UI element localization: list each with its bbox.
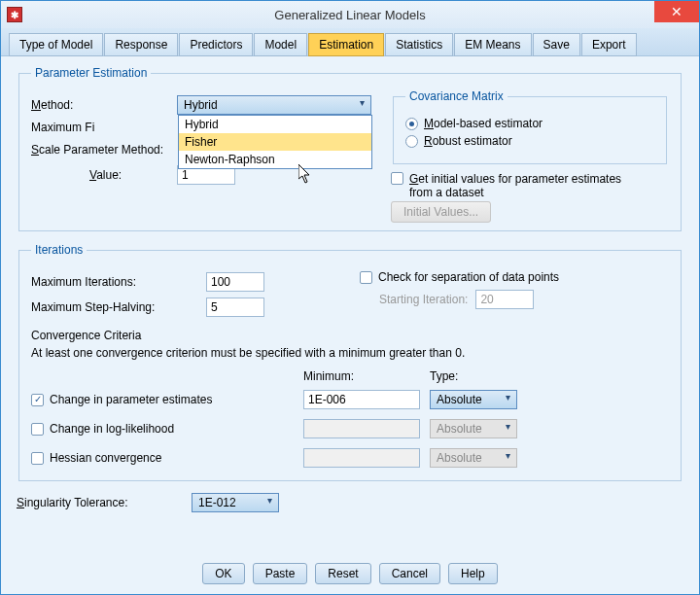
col-min-header: Minimum: xyxy=(303,369,430,383)
cov-robust-label: Robust estimator xyxy=(424,134,512,148)
conv-checkbox-0[interactable] xyxy=(31,394,44,406)
max-step-input[interactable] xyxy=(206,298,264,317)
parameter-estimation-legend: Parameter Estimation xyxy=(31,66,151,80)
max-iterations-input[interactable] xyxy=(206,272,264,292)
conv-type-value-1: Absolute xyxy=(437,422,482,436)
dialog-body: Parameter Estimation Method: Hybrid Hybr… xyxy=(1,56,699,528)
cov-robust-radio[interactable] xyxy=(405,135,418,148)
conv-type-value-0: Absolute xyxy=(437,393,482,406)
tab-export[interactable]: Export xyxy=(581,33,637,56)
method-option-fisher[interactable]: Fisher xyxy=(179,133,371,151)
dialog-window: ✱ Generalized Linear Models ✕ Type of Mo… xyxy=(0,0,700,595)
ok-button[interactable]: OK xyxy=(202,563,244,584)
conv-label-0: Change in parameter estimates xyxy=(50,393,212,406)
tab-save[interactable]: Save xyxy=(533,33,580,56)
close-button[interactable]: ✕ xyxy=(654,1,699,22)
col-type-header: Type: xyxy=(430,369,556,383)
conv-type-combo-2: Absolute xyxy=(430,448,517,468)
check-separation-checkbox[interactable] xyxy=(360,271,372,284)
covariance-group: Covariance Matrix Model-based estimator … xyxy=(393,89,667,164)
tab-statistics[interactable]: Statistics xyxy=(385,33,453,56)
covariance-legend: Covariance Matrix xyxy=(405,89,508,103)
tab-response[interactable]: Response xyxy=(104,33,178,56)
conv-type-value-2: Absolute xyxy=(437,451,482,465)
tab-estimation[interactable]: Estimation xyxy=(308,33,384,56)
tab-bar: Type of ModelResponsePredictorsModelEsti… xyxy=(1,28,699,56)
starting-iteration-input xyxy=(475,290,534,309)
method-label: Method: xyxy=(31,98,177,112)
max-iterations-label: Maximum Iterations: xyxy=(31,275,206,289)
singularity-value: 1E-012 xyxy=(198,496,236,509)
tab-em-means[interactable]: EM Means xyxy=(454,33,531,56)
method-dropdown[interactable]: HybridFisherNewton-Raphson xyxy=(178,115,372,169)
iterations-group: Iterations Maximum Iterations: Maximum S… xyxy=(18,243,682,481)
paste-button[interactable]: Paste xyxy=(253,563,308,584)
initial-values-button: Initial Values... xyxy=(391,201,491,223)
max-fisher-label: Maximum Fi xyxy=(31,121,177,134)
reset-button[interactable]: Reset xyxy=(315,563,370,584)
conv-min-input-0[interactable] xyxy=(303,390,420,409)
button-bar: OKPasteResetCancelHelp xyxy=(1,563,699,584)
cov-model-radio[interactable] xyxy=(405,118,418,130)
conv-type-combo-1: Absolute xyxy=(430,419,517,438)
tab-type-of-model[interactable]: Type of Model xyxy=(9,33,103,56)
titlebar: ✱ Generalized Linear Models ✕ xyxy=(1,1,699,28)
conv-min-input-1 xyxy=(303,419,420,438)
window-title: Generalized Linear Models xyxy=(1,8,699,22)
conv-label-2: Hessian convergence xyxy=(50,451,161,465)
conv-min-input-2 xyxy=(303,448,420,468)
convergence-title: Convergence Criteria xyxy=(31,329,669,342)
value-label: Value: xyxy=(89,168,177,182)
method-option-newton-raphson[interactable]: Newton-Raphson xyxy=(179,151,371,168)
conv-checkbox-2[interactable] xyxy=(31,452,44,465)
initial-values-checkbox[interactable] xyxy=(391,172,403,185)
tab-model[interactable]: Model xyxy=(254,33,307,56)
conv-type-combo-0[interactable]: Absolute xyxy=(430,390,517,409)
singularity-combo[interactable]: 1E-012 xyxy=(192,493,279,512)
max-step-label: Maximum Step-Halving: xyxy=(31,300,206,314)
conv-label-1: Change in log-likelihood xyxy=(50,422,174,436)
parameter-estimation-group: Parameter Estimation Method: Hybrid Hybr… xyxy=(18,66,682,231)
initial-values-label: Get initial values for parameter estimat… xyxy=(409,172,623,199)
check-separation-label: Check for separation of data points xyxy=(378,270,559,284)
singularity-label: Singularity Tolerance: xyxy=(17,496,192,509)
help-button[interactable]: Help xyxy=(448,563,498,584)
cancel-button[interactable]: Cancel xyxy=(379,563,440,584)
conv-checkbox-1[interactable] xyxy=(31,423,44,436)
starting-iteration-label: Starting Iteration: xyxy=(379,293,468,306)
method-option-hybrid[interactable]: Hybrid xyxy=(179,116,371,133)
convergence-note: At least one convergence criterion must … xyxy=(31,346,669,360)
tab-predictors[interactable]: Predictors xyxy=(179,33,253,56)
cov-model-label: Model-based estimator xyxy=(424,117,542,130)
method-combo[interactable]: Hybrid HybridFisherNewton-Raphson xyxy=(177,95,371,115)
method-combo-value: Hybrid xyxy=(184,98,218,112)
iterations-legend: Iterations xyxy=(31,243,87,257)
